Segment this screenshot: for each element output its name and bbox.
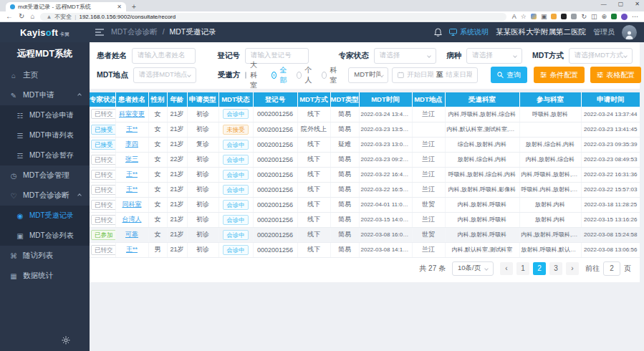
column-header: MDT状态	[218, 92, 253, 107]
mdt-status-cell: 会诊中	[218, 167, 253, 182]
radio-personal[interactable]: 个人	[297, 65, 314, 85]
sidebar-item--[interactable]: ⌂主页	[0, 65, 90, 85]
goto-page-input[interactable]: 2	[603, 261, 620, 276]
sidebar-item-label: MDT受邀记录	[29, 211, 74, 221]
patient-name-link[interactable]: 张三	[125, 155, 138, 163]
mdt-status-cell: 会诊中	[218, 107, 253, 122]
filter-select-4[interactable]: 请选择MDT方式	[569, 48, 633, 64]
mdt-status-badge: 会诊中	[223, 155, 249, 165]
sidebar-item-mdt-[interactable]: ☷MDT会诊申请	[0, 105, 90, 125]
mdt-status-badge: 会诊中	[223, 140, 249, 150]
refresh-icon[interactable]: ↻	[19, 13, 24, 20]
list-icon: ☰	[16, 132, 24, 140]
sidebar-item-mdt-[interactable]: ◉MDT受邀记录	[0, 206, 90, 226]
settings-gear-icon[interactable]	[62, 336, 70, 345]
browser-tab[interactable]: mdt受邀记录 - 远程MDT系统 ✕	[6, 2, 126, 11]
notification-bell-icon[interactable]	[434, 28, 442, 37]
column-header: 受邀科室	[445, 92, 519, 107]
mdt-place-cell: 世贸	[412, 197, 445, 212]
column-header: 患者姓名	[115, 92, 148, 107]
collections-icon[interactable]: ▣	[541, 14, 547, 20]
favorite-star-icon[interactable]: ☆	[521, 14, 527, 20]
page-button-2[interactable]: 2	[533, 262, 546, 275]
shield-icon: ▣	[16, 232, 24, 240]
browser-menu-icon[interactable]: ⋯	[632, 14, 638, 20]
system-help-link[interactable]: 系统说明	[449, 27, 489, 37]
invited-depts-cell: 内科,呼吸科,放射科,综合科	[445, 107, 519, 122]
user-avatar[interactable]	[622, 25, 637, 40]
radio-all[interactable]: 全部	[271, 65, 289, 85]
mdt-status-cell: 未接受	[218, 122, 253, 137]
mdt-place-cell: 兰江	[412, 137, 445, 152]
date-range-picker[interactable]: 开始日期 至 结束日期	[392, 67, 478, 83]
extension-icon[interactable]	[551, 14, 557, 19]
clock-icon: ◷	[9, 172, 18, 180]
prev-page-button[interactable]: ‹	[500, 262, 513, 275]
split-screen-icon[interactable]: ◫	[591, 14, 597, 20]
page-button-1[interactable]: 1	[516, 262, 529, 275]
page-button-3[interactable]: 3	[549, 262, 562, 275]
sidebar-item-mdt-[interactable]: ♡MDT会诊诊断	[0, 186, 90, 206]
sidebar-item--[interactable]: ⌘随访列表	[0, 246, 90, 266]
sidebar-item-mdt-[interactable]: ☰MDT申请列表	[0, 125, 90, 145]
patient-name-cell: 王**	[115, 167, 148, 182]
page-size-select[interactable]: 10条/页	[452, 261, 494, 276]
tab-close-icon[interactable]: ✕	[117, 4, 122, 10]
patient-name-link[interactable]: 台湾人	[122, 216, 142, 223]
extension-icon[interactable]	[571, 14, 577, 19]
mdt-place-cell: 兰江	[412, 212, 445, 227]
patient-name-link[interactable]: 科室变更	[119, 110, 145, 117]
window-minimize-button[interactable]: —	[601, 1, 607, 7]
patient-name-link[interactable]: 李四	[125, 140, 138, 148]
mdt-time-cell: 2022-03-08 16:00:00	[359, 227, 412, 242]
filter-select-3[interactable]: 请选择	[466, 48, 522, 64]
filter-input-0[interactable]: 请输入患者姓名	[132, 48, 196, 64]
dept-checkbox-label[interactable]: 大科室	[250, 60, 257, 90]
mdt-time-cell: 2022-03-23 13:00:00	[359, 137, 412, 152]
mdt-mode-cell: 线下	[297, 227, 330, 242]
back-icon[interactable]: ←	[6, 13, 13, 20]
sidebar-item--[interactable]: ▦数据统计	[0, 266, 90, 286]
patient-name-link[interactable]: 王**	[126, 246, 138, 253]
patient-name-link[interactable]: 同科室	[122, 201, 142, 208]
browser-essentials-icon[interactable]: ⊕	[601, 14, 607, 20]
read-aloud-icon[interactable]: A	[512, 14, 516, 20]
patient-name-link[interactable]: 王**	[126, 186, 138, 193]
table-row: 已参加可靠女21岁初诊会诊中0002001256线下简易2022-03-08 1…	[90, 227, 640, 242]
sidebar-item-mdt-[interactable]: ✎MDT申请	[0, 85, 90, 105]
mdt-place-select[interactable]: 请选择MDT地点	[133, 67, 196, 83]
window-maximize-button[interactable]: ▢	[618, 1, 624, 7]
radio-department[interactable]: 科室	[322, 65, 339, 85]
patient-name-link[interactable]: 王**	[126, 125, 138, 133]
sidebar-collapse-icon[interactable]	[95, 29, 104, 36]
extension-icon[interactable]	[561, 14, 567, 19]
filter-select-2[interactable]: 请选择	[374, 48, 436, 64]
search-button[interactable]: 查询	[491, 67, 527, 83]
extension-icon[interactable]	[611, 14, 617, 19]
sidebar-item-label: 随访列表	[23, 251, 53, 261]
mdt-type-cell: 简易	[330, 152, 359, 167]
sliders-icon	[597, 72, 603, 78]
extension-icon[interactable]	[531, 14, 537, 19]
records-table: 专家状态患者姓名性别年龄申请类型MDT状态登记号MDT方式MDT类型MDT时间M…	[90, 92, 640, 258]
new-tab-button[interactable]: +	[132, 2, 136, 11]
window-close-button[interactable]: ✕	[635, 1, 640, 7]
home-icon[interactable]: ⌂	[30, 13, 34, 20]
time-type-select[interactable]: MDT时间	[348, 67, 388, 83]
sidebar-item-mdt-[interactable]: ▣MDT会诊列表	[0, 226, 90, 246]
url-bar[interactable]: ▲ 不安全 | 192.168.0.156:9002/consultate/re…	[40, 13, 506, 21]
sidebar-item-mdt-[interactable]: ☲MDT会诊暂存	[0, 145, 90, 165]
table-config-button[interactable]: 表格配置	[590, 67, 641, 83]
sidebar-item-mdt-[interactable]: ◷MDT会诊管理	[0, 165, 90, 186]
patient-name-link[interactable]: 王**	[126, 170, 138, 178]
expert-status-cell: 已转交	[90, 197, 115, 212]
main-content: 患者姓名请输入患者姓名登记号请输入登记号专家状态请选择病种请选择MDT方式请选择…	[90, 42, 644, 351]
apply-type-cell: 初诊	[187, 122, 218, 137]
invited-depts-cell: 放射科,综合科,内科	[445, 152, 519, 167]
patient-name-link[interactable]: 可靠	[125, 231, 138, 238]
next-page-button[interactable]: ›	[566, 262, 579, 275]
sync-icon[interactable]: ↻	[581, 14, 587, 20]
condition-config-button[interactable]: 条件配置	[534, 67, 585, 83]
dept-checkbox[interactable]	[245, 72, 246, 79]
browser-profile-avatar[interactable]	[621, 14, 628, 20]
